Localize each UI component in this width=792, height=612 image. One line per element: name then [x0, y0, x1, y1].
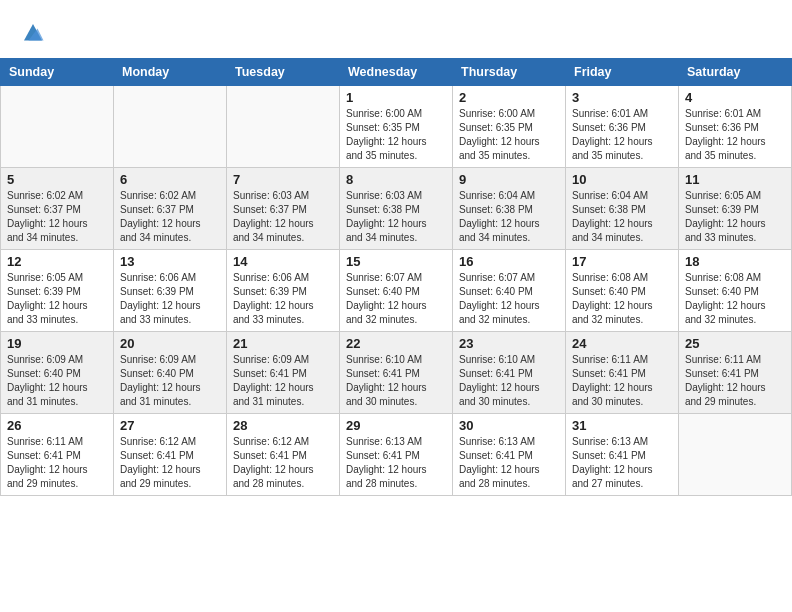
- daylight-text: Daylight: 12 hours and 34 minutes.: [233, 218, 314, 243]
- sunrise-text: Sunrise: 6:07 AM: [459, 272, 535, 283]
- day-number: 22: [346, 336, 446, 351]
- day-number: 31: [572, 418, 672, 433]
- day-header: Tuesday: [227, 59, 340, 86]
- sunset-text: Sunset: 6:41 PM: [459, 450, 533, 461]
- calendar-day-cell: 23Sunrise: 6:10 AMSunset: 6:41 PMDayligh…: [453, 332, 566, 414]
- sunset-text: Sunset: 6:41 PM: [233, 368, 307, 379]
- sunrise-text: Sunrise: 6:08 AM: [685, 272, 761, 283]
- sunset-text: Sunset: 6:40 PM: [685, 286, 759, 297]
- sunset-text: Sunset: 6:37 PM: [7, 204, 81, 215]
- day-number: 7: [233, 172, 333, 187]
- day-info: Sunrise: 6:12 AMSunset: 6:41 PMDaylight:…: [233, 435, 333, 491]
- calendar-day-cell: 1Sunrise: 6:00 AMSunset: 6:35 PMDaylight…: [340, 86, 453, 168]
- sunset-text: Sunset: 6:39 PM: [685, 204, 759, 215]
- day-number: 24: [572, 336, 672, 351]
- daylight-text: Daylight: 12 hours and 30 minutes.: [572, 382, 653, 407]
- calendar-day-cell: 22Sunrise: 6:10 AMSunset: 6:41 PMDayligh…: [340, 332, 453, 414]
- calendar-day-cell: [1, 86, 114, 168]
- day-info: Sunrise: 6:10 AMSunset: 6:41 PMDaylight:…: [459, 353, 559, 409]
- daylight-text: Daylight: 12 hours and 28 minutes.: [459, 464, 540, 489]
- day-number: 3: [572, 90, 672, 105]
- sunset-text: Sunset: 6:37 PM: [233, 204, 307, 215]
- day-info: Sunrise: 6:11 AMSunset: 6:41 PMDaylight:…: [572, 353, 672, 409]
- calendar-week-row: 26Sunrise: 6:11 AMSunset: 6:41 PMDayligh…: [1, 414, 792, 496]
- calendar-day-cell: [227, 86, 340, 168]
- day-number: 1: [346, 90, 446, 105]
- sunset-text: Sunset: 6:40 PM: [459, 286, 533, 297]
- calendar-day-cell: 7Sunrise: 6:03 AMSunset: 6:37 PMDaylight…: [227, 168, 340, 250]
- calendar-day-cell: 29Sunrise: 6:13 AMSunset: 6:41 PMDayligh…: [340, 414, 453, 496]
- day-number: 9: [459, 172, 559, 187]
- day-header: Wednesday: [340, 59, 453, 86]
- day-info: Sunrise: 6:00 AMSunset: 6:35 PMDaylight:…: [346, 107, 446, 163]
- sunrise-text: Sunrise: 6:08 AM: [572, 272, 648, 283]
- calendar-day-cell: 9Sunrise: 6:04 AMSunset: 6:38 PMDaylight…: [453, 168, 566, 250]
- day-header: Sunday: [1, 59, 114, 86]
- day-header: Saturday: [679, 59, 792, 86]
- day-number: 23: [459, 336, 559, 351]
- calendar-header-row: SundayMondayTuesdayWednesdayThursdayFrid…: [1, 59, 792, 86]
- day-info: Sunrise: 6:04 AMSunset: 6:38 PMDaylight:…: [572, 189, 672, 245]
- sunset-text: Sunset: 6:36 PM: [685, 122, 759, 133]
- sunrise-text: Sunrise: 6:12 AM: [233, 436, 309, 447]
- calendar-day-cell: 21Sunrise: 6:09 AMSunset: 6:41 PMDayligh…: [227, 332, 340, 414]
- day-info: Sunrise: 6:09 AMSunset: 6:40 PMDaylight:…: [7, 353, 107, 409]
- day-info: Sunrise: 6:05 AMSunset: 6:39 PMDaylight:…: [7, 271, 107, 327]
- day-header: Friday: [566, 59, 679, 86]
- day-number: 17: [572, 254, 672, 269]
- daylight-text: Daylight: 12 hours and 27 minutes.: [572, 464, 653, 489]
- day-number: 5: [7, 172, 107, 187]
- day-number: 13: [120, 254, 220, 269]
- calendar-day-cell: [679, 414, 792, 496]
- daylight-text: Daylight: 12 hours and 28 minutes.: [346, 464, 427, 489]
- day-number: 29: [346, 418, 446, 433]
- sunrise-text: Sunrise: 6:13 AM: [459, 436, 535, 447]
- calendar-day-cell: 15Sunrise: 6:07 AMSunset: 6:40 PMDayligh…: [340, 250, 453, 332]
- day-number: 6: [120, 172, 220, 187]
- daylight-text: Daylight: 12 hours and 34 minutes.: [7, 218, 88, 243]
- daylight-text: Daylight: 12 hours and 35 minutes.: [346, 136, 427, 161]
- day-info: Sunrise: 6:01 AMSunset: 6:36 PMDaylight:…: [572, 107, 672, 163]
- daylight-text: Daylight: 12 hours and 29 minutes.: [685, 382, 766, 407]
- daylight-text: Daylight: 12 hours and 31 minutes.: [7, 382, 88, 407]
- sunset-text: Sunset: 6:40 PM: [120, 368, 194, 379]
- day-info: Sunrise: 6:04 AMSunset: 6:38 PMDaylight:…: [459, 189, 559, 245]
- page-header: [0, 0, 792, 58]
- sunrise-text: Sunrise: 6:05 AM: [685, 190, 761, 201]
- sunrise-text: Sunrise: 6:11 AM: [685, 354, 761, 365]
- daylight-text: Daylight: 12 hours and 30 minutes.: [459, 382, 540, 407]
- day-number: 18: [685, 254, 785, 269]
- sunset-text: Sunset: 6:41 PM: [459, 368, 533, 379]
- day-info: Sunrise: 6:05 AMSunset: 6:39 PMDaylight:…: [685, 189, 785, 245]
- calendar-day-cell: 3Sunrise: 6:01 AMSunset: 6:36 PMDaylight…: [566, 86, 679, 168]
- day-info: Sunrise: 6:08 AMSunset: 6:40 PMDaylight:…: [685, 271, 785, 327]
- day-number: 12: [7, 254, 107, 269]
- sunrise-text: Sunrise: 6:03 AM: [346, 190, 422, 201]
- sunset-text: Sunset: 6:37 PM: [120, 204, 194, 215]
- daylight-text: Daylight: 12 hours and 35 minutes.: [572, 136, 653, 161]
- day-info: Sunrise: 6:03 AMSunset: 6:38 PMDaylight:…: [346, 189, 446, 245]
- daylight-text: Daylight: 12 hours and 29 minutes.: [120, 464, 201, 489]
- sunrise-text: Sunrise: 6:00 AM: [459, 108, 535, 119]
- daylight-text: Daylight: 12 hours and 35 minutes.: [685, 136, 766, 161]
- sunset-text: Sunset: 6:41 PM: [346, 450, 420, 461]
- sunrise-text: Sunrise: 6:06 AM: [120, 272, 196, 283]
- calendar-week-row: 1Sunrise: 6:00 AMSunset: 6:35 PMDaylight…: [1, 86, 792, 168]
- sunset-text: Sunset: 6:35 PM: [459, 122, 533, 133]
- calendar-week-row: 5Sunrise: 6:02 AMSunset: 6:37 PMDaylight…: [1, 168, 792, 250]
- day-number: 21: [233, 336, 333, 351]
- calendar-day-cell: 20Sunrise: 6:09 AMSunset: 6:40 PMDayligh…: [114, 332, 227, 414]
- daylight-text: Daylight: 12 hours and 31 minutes.: [233, 382, 314, 407]
- calendar-day-cell: 11Sunrise: 6:05 AMSunset: 6:39 PMDayligh…: [679, 168, 792, 250]
- daylight-text: Daylight: 12 hours and 34 minutes.: [572, 218, 653, 243]
- calendar-day-cell: 8Sunrise: 6:03 AMSunset: 6:38 PMDaylight…: [340, 168, 453, 250]
- sunrise-text: Sunrise: 6:13 AM: [572, 436, 648, 447]
- day-info: Sunrise: 6:12 AMSunset: 6:41 PMDaylight:…: [120, 435, 220, 491]
- sunrise-text: Sunrise: 6:06 AM: [233, 272, 309, 283]
- day-number: 25: [685, 336, 785, 351]
- sunrise-text: Sunrise: 6:02 AM: [120, 190, 196, 201]
- daylight-text: Daylight: 12 hours and 33 minutes.: [120, 300, 201, 325]
- day-info: Sunrise: 6:02 AMSunset: 6:37 PMDaylight:…: [7, 189, 107, 245]
- day-info: Sunrise: 6:06 AMSunset: 6:39 PMDaylight:…: [120, 271, 220, 327]
- day-number: 8: [346, 172, 446, 187]
